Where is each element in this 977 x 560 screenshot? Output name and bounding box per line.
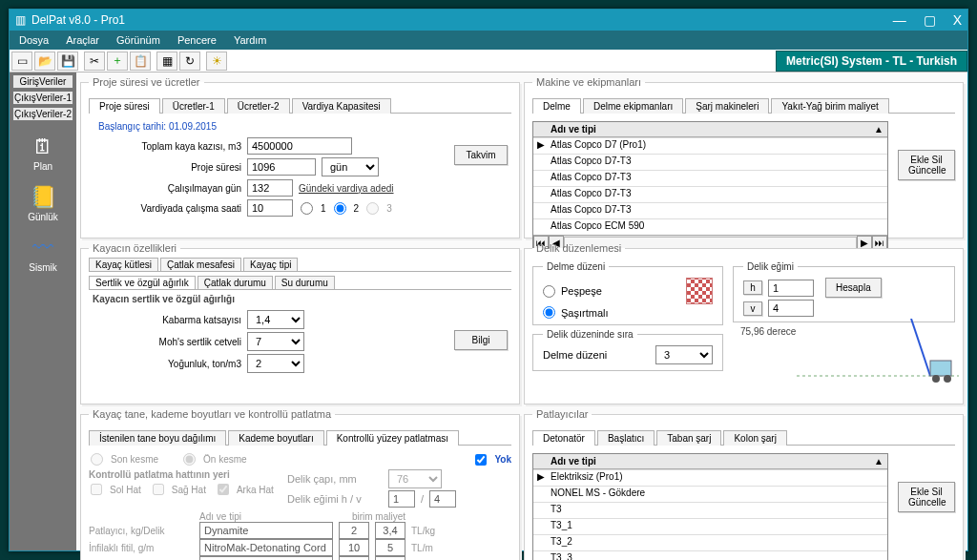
grid-row[interactable]: Elektriksiz (Pro1) <box>547 470 627 486</box>
vardiya-link[interactable]: Gündeki vardiya adedi <box>299 183 394 194</box>
tab-taban[interactable]: Taban şarj <box>656 430 721 446</box>
takvim-button[interactable]: Takvim <box>454 145 508 165</box>
menu-yardim[interactable]: Yardım <box>234 34 267 46</box>
sasirtmali-radio[interactable] <box>543 306 555 319</box>
tb-cut-icon[interactable]: ✂ <box>84 52 105 71</box>
tab-detonator[interactable]: Detonatör <box>532 430 595 446</box>
title-text: DelPat v8.0 - Pro1 <box>31 13 125 27</box>
grid-row[interactable]: T3_1 <box>547 519 576 534</box>
panel-kayac-title: Kayacın özellikleri <box>89 242 180 254</box>
tab-ucretler1[interactable]: Ücretler-1 <box>162 98 225 114</box>
grid-row[interactable]: T3_3 <box>547 551 576 560</box>
grid-header-name: Adı ve tipi <box>551 124 596 135</box>
pespese-radio[interactable] <box>543 285 555 298</box>
grid-row[interactable]: T3 <box>547 503 566 518</box>
tab-kayac-kutlesi[interactable]: Kayaç kütlesi <box>89 258 158 271</box>
tab-kontrollu[interactable]: Kontrollü yüzey patlatması <box>326 430 459 446</box>
menu-dosya[interactable]: Dosya <box>19 34 49 46</box>
mohs-select[interactable]: 7 <box>247 332 304 351</box>
close-button[interactable]: X <box>953 12 962 28</box>
grid-row[interactable]: NONEL MS - Gökdere <box>547 487 649 502</box>
grid-row[interactable]: Atlas Copco D7-T3 <box>547 187 634 202</box>
toplam-input[interactable] <box>247 137 352 155</box>
tb-add-icon[interactable]: ＋ <box>107 52 128 71</box>
explosive-grid[interactable]: Adı ve tipi▲ ▶Elektriksiz (Pro1) NONEL M… <box>532 453 888 560</box>
tab-sertlik[interactable]: Sertlik ve özgül ağırlık <box>89 276 196 289</box>
v-input[interactable] <box>768 300 814 317</box>
panel-proje-suresi-title: Proje süresi ve ücretler <box>89 76 204 88</box>
panel-patlayici: Patlayıcılar Detonatör Başlatıcı Taban ş… <box>524 408 964 560</box>
tab-sarj-mak[interactable]: Şarj makineleri <box>685 98 769 114</box>
toplam-label: Toplam kaya kazısı, m3 <box>117 141 241 152</box>
vardiya-radio-3 <box>366 202 379 215</box>
vardiya-radio-1[interactable] <box>301 202 313 215</box>
v-button[interactable]: v <box>743 301 762 316</box>
h-button[interactable]: h <box>743 280 762 295</box>
yog-select[interactable]: 2 <box>247 354 304 373</box>
tab-ucretler2[interactable]: Ücretler-2 <box>227 98 290 114</box>
vardiya-radio-2[interactable] <box>334 202 346 215</box>
yog-label: Yoğunluk, ton/m3 <box>117 359 241 369</box>
tb-new-icon[interactable]: ▭ <box>11 52 32 71</box>
tab-vardiya-kap[interactable]: Vardiya Kapasitesi <box>292 98 391 114</box>
tab-proje-suresi[interactable]: Proje süresi <box>89 98 160 114</box>
bilgi-button[interactable]: Bilgi <box>454 330 508 350</box>
hesapla-button[interactable]: Hesapla <box>825 278 882 298</box>
sure-unit-select[interactable]: gün <box>322 157 379 176</box>
grid-row[interactable]: Atlas Copco D7-T3 <box>547 171 634 186</box>
tb-open-icon[interactable]: 📂 <box>34 52 55 71</box>
svg-point-3 <box>944 375 951 383</box>
sidebar-item-plan[interactable]: 🗓 Plan <box>32 135 53 172</box>
tab-delme-ekip[interactable]: Delme ekipmanları <box>583 98 683 114</box>
menu-pencere[interactable]: Pencere <box>177 34 217 46</box>
vardiya-label: Vardiyada çalışma saati <box>117 203 241 214</box>
r3-b <box>375 556 405 560</box>
menu-gorunum[interactable]: Görünüm <box>116 34 160 46</box>
tb-save-icon[interactable]: 💾 <box>57 52 78 71</box>
tb-sun-icon[interactable]: ☀ <box>206 52 227 71</box>
tab-tane-boyu[interactable]: İstenilen tane boyu dağılımı <box>89 430 226 446</box>
sidebar-tab-cikis1[interactable]: ÇıkışVeriler-1 <box>12 91 73 105</box>
sidebar-item-sismik[interactable]: 〰 Sismik <box>29 236 56 273</box>
mohs-label: Moh's sertlik cetveli <box>117 337 241 347</box>
delme-duzeni-select[interactable]: 3 <box>655 345 713 364</box>
calisilmayan-input[interactable] <box>247 179 293 197</box>
sidebar-tab-giris[interactable]: GirişVeriler <box>12 74 73 89</box>
grid-row[interactable]: T3_2 <box>547 535 576 550</box>
tab-yakit[interactable]: Yakıt-Yağ birim maliyet <box>771 98 888 114</box>
ekle-sil-button-2[interactable]: Ekle Sil Güncelle <box>898 482 955 512</box>
yok-checkbox[interactable] <box>475 454 487 466</box>
machine-grid[interactable]: Adı ve tipi▲ ▶Atlas Copco D7 (Pro1) Atla… <box>532 121 888 251</box>
vardiya-input[interactable] <box>247 199 293 217</box>
tab-catlak-durum[interactable]: Çatlak durumu <box>197 276 273 289</box>
tab-su-durumu[interactable]: Su durumu <box>275 276 335 289</box>
pattern-icon <box>686 278 713 304</box>
sidebar-item-gunluk[interactable]: 📒 Günlük <box>28 185 58 222</box>
grid-row[interactable]: Atlas Copco D7 (Pro1) <box>547 138 650 154</box>
sure-input[interactable] <box>247 158 316 176</box>
ekle-sil-button[interactable]: Ekle Sil Güncelle <box>898 150 955 180</box>
delik-egimi-group: Delik eğimi h Hesapla v <box>733 261 955 322</box>
panel-delik-title: Delik düzenlemesi <box>532 242 625 254</box>
plan-icon: 🗓 <box>32 135 53 159</box>
minimize-button[interactable]: — <box>893 12 906 28</box>
grid-row[interactable]: Atlas Copco D7-T3 <box>547 203 634 218</box>
maximize-button[interactable]: ▢ <box>924 12 936 28</box>
tab-kademe[interactable]: Kademe boyutları <box>228 430 323 446</box>
titlebar: ▥ DelPat v8.0 - Pro1 — ▢ X <box>10 10 967 31</box>
grid-row[interactable]: Atlas Copco D7-T3 <box>547 155 634 170</box>
tb-refresh-icon[interactable]: ↻ <box>179 52 200 71</box>
tab-kolon[interactable]: Kolon şarj <box>723 430 786 446</box>
tab-catlak-mesafe[interactable]: Çatlak mesafesi <box>160 258 241 271</box>
grid-row[interactable]: Atlas Copco ECM 590 <box>547 219 648 235</box>
tab-baslatici[interactable]: Başlatıcı <box>597 430 655 446</box>
tb-table-icon[interactable]: ▦ <box>156 52 177 71</box>
tab-kayac-tipi[interactable]: Kayaç tipi <box>243 258 298 271</box>
r1-b <box>375 522 405 539</box>
menu-araclar[interactable]: Araçlar <box>66 34 99 46</box>
h-input[interactable] <box>768 280 814 297</box>
sidebar-tab-cikis2[interactable]: ÇıkışVeriler-2 <box>12 107 73 121</box>
tb-paste-icon[interactable]: 📋 <box>130 52 151 71</box>
kabarma-select[interactable]: 1,4 <box>247 310 304 329</box>
tab-delme[interactable]: Delme <box>532 98 581 114</box>
